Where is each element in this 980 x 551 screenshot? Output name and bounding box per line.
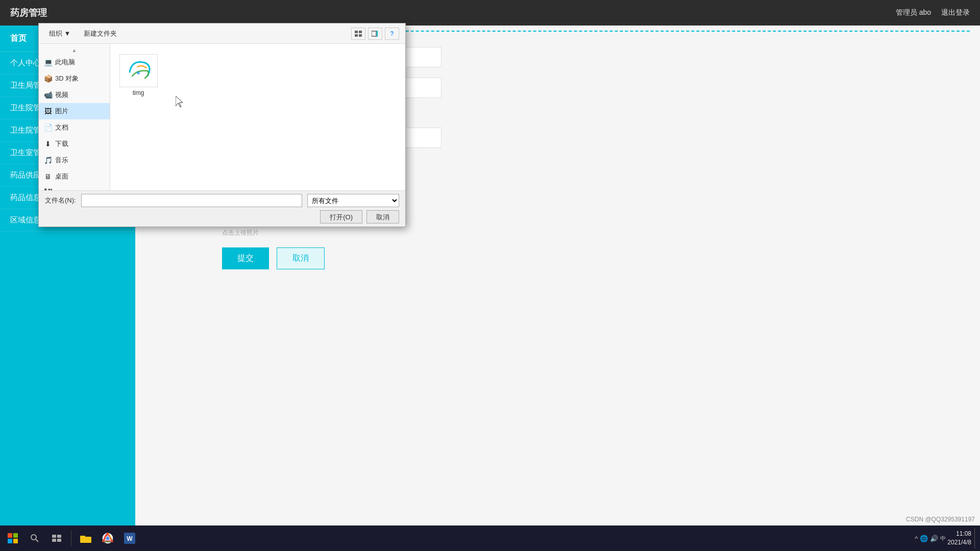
svg-rect-16: [57, 539, 61, 542]
nav-music[interactable]: 🎵 音乐: [39, 152, 110, 168]
taskbar-sep-1: [71, 531, 71, 546]
tray-volume[interactable]: 🔊: [930, 535, 938, 542]
tray-network[interactable]: 🌐: [920, 535, 928, 542]
logout-button[interactable]: 退出登录: [941, 8, 970, 17]
svg-rect-10: [13, 539, 18, 543]
dialog-body: ▲ 💻 此电脑 📦 3D 对象 📹 视频 🖼 图片: [39, 44, 405, 190]
svg-rect-14: [57, 535, 61, 538]
svg-text:W: W: [127, 535, 133, 542]
dialog-file-area: timg: [110, 44, 405, 190]
svg-rect-3: [359, 34, 362, 37]
tray-arrow[interactable]: ^: [915, 535, 918, 542]
taskbar-explorer[interactable]: [76, 528, 96, 548]
nav-documents[interactable]: 📄 文档: [39, 119, 110, 136]
organize-label: 组织 ▼: [49, 29, 70, 38]
nav-this-pc[interactable]: 💻 此电脑: [39, 54, 110, 70]
header-right: 管理员 abo 退出登录: [896, 8, 970, 17]
nav-downloads[interactable]: ⬇ 下载: [39, 136, 110, 152]
view-icon-button[interactable]: [351, 28, 365, 40]
filename-input[interactable]: [81, 194, 302, 207]
svg-line-12: [36, 539, 38, 542]
svg-rect-4: [372, 31, 376, 36]
svg-rect-8: [13, 533, 18, 538]
taskbar-show-desktop[interactable]: [974, 528, 977, 548]
svg-point-6: [137, 71, 140, 74]
dialog-bottom: 文件名(N): 所有文件 打开(O) 取消: [39, 190, 405, 227]
clock-time: 11:08: [947, 530, 971, 538]
svg-point-11: [31, 535, 36, 540]
file-name-timg: timg: [133, 89, 144, 96]
documents-icon: 📄: [44, 123, 52, 132]
nav-c-drive[interactable]: 💾 Windows (C:): [39, 185, 110, 190]
downloads-icon: ⬇: [44, 140, 52, 148]
filename-row: 文件名(N): 所有文件: [45, 194, 399, 207]
svg-point-23: [106, 537, 109, 540]
desktop-icon: 🖥: [44, 172, 52, 181]
csdn-watermark: CSDN @QQ3295391197: [906, 516, 975, 523]
app-background: 药房管理 管理员 abo 退出登录 首页 个人中心 ∨ 卫生局管 ∨ 卫生院管 …: [0, 0, 980, 551]
nav-pictures[interactable]: 🖼 图片: [39, 103, 110, 119]
organize-button[interactable]: 组织 ▼: [45, 28, 75, 40]
svg-rect-2: [355, 34, 358, 37]
form-actions: 提交 取消: [222, 247, 960, 269]
pictures-icon: 🖼: [44, 107, 52, 115]
photo-hint: 点击上传照片: [222, 229, 960, 237]
svg-rect-7: [8, 533, 12, 538]
dialog-nav: ▲ 💻 此电脑 📦 3D 对象 📹 视频 🖼 图片: [39, 44, 110, 190]
scroll-up-indicator: ▲: [39, 46, 110, 54]
taskbar-task-view[interactable]: [46, 528, 67, 548]
filename-label: 文件名(N):: [45, 196, 76, 205]
system-tray: ^ 🌐 🔊 中: [915, 535, 946, 542]
preview-icon-button[interactable]: [368, 28, 382, 40]
file-open-dialog: 组织 ▼ 新建文件夹 ? ▲ 💻: [38, 23, 406, 227]
app-logo: 药房管理: [10, 7, 47, 19]
3d-objects-icon: 📦: [44, 74, 52, 83]
taskbar: W ^ 🌐 🔊 中 11:08 2021/4/8: [0, 525, 980, 551]
new-folder-button[interactable]: 新建文件夹: [80, 28, 121, 40]
svg-rect-18: [80, 536, 85, 538]
toolbar-icons: ?: [351, 28, 399, 40]
dialog-open-button[interactable]: 打开(O): [320, 210, 362, 223]
taskbar-clock[interactable]: 11:08 2021/4/8: [947, 530, 971, 547]
help-icon-button[interactable]: ?: [385, 28, 399, 40]
videos-icon: 📹: [44, 91, 52, 99]
dialog-cancel-button[interactable]: 取消: [366, 210, 399, 223]
new-folder-label: 新建文件夹: [84, 29, 117, 38]
dialog-toolbar: 组织 ▼ 新建文件夹 ?: [39, 23, 405, 44]
music-icon: 🎵: [44, 156, 52, 164]
taskbar-search[interactable]: [24, 528, 45, 548]
this-pc-icon: 💻: [44, 58, 52, 66]
submit-button[interactable]: 提交: [222, 247, 269, 269]
filetype-select[interactable]: 所有文件: [307, 194, 399, 207]
nav-3d-objects[interactable]: 📦 3D 对象: [39, 70, 110, 87]
dialog-actions: 打开(O) 取消: [45, 210, 399, 223]
svg-rect-15: [52, 539, 56, 542]
svg-rect-9: [8, 539, 12, 543]
nav-videos[interactable]: 📹 视频: [39, 87, 110, 103]
cancel-form-button[interactable]: 取消: [277, 247, 325, 269]
user-label: 管理员 abo: [896, 8, 931, 17]
file-item-timg[interactable]: timg: [118, 52, 159, 99]
start-button[interactable]: [3, 528, 23, 548]
svg-rect-1: [359, 31, 362, 33]
clock-date: 2021/4/8: [947, 538, 971, 547]
nav-desktop[interactable]: 🖥 桌面: [39, 168, 110, 185]
svg-rect-0: [355, 31, 358, 33]
tray-battery[interactable]: 中: [940, 535, 946, 542]
app-header: 药房管理 管理员 abo 退出登录: [0, 0, 980, 26]
svg-rect-13: [52, 535, 56, 538]
taskbar-word[interactable]: W: [119, 528, 140, 548]
taskbar-chrome[interactable]: [97, 528, 118, 548]
file-thumbnail-timg: [119, 54, 158, 87]
header-left: 药房管理: [10, 7, 47, 19]
